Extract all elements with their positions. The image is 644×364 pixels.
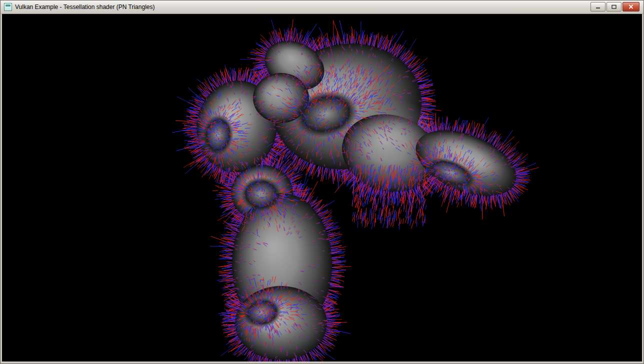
window-title: Vulkan Example - Tessellation shader (PN… [15,4,154,10]
maximize-button[interactable] [606,2,622,12]
minimize-icon [596,4,600,9]
viewport-frame [2,14,642,362]
maximize-icon [612,4,616,9]
close-icon [628,4,634,9]
window-controls [590,2,640,12]
vulkan-example-window: Vulkan Example - Tessellation shader (PN… [0,0,644,364]
minimize-button[interactable] [590,2,606,12]
title-bar[interactable]: Vulkan Example - Tessellation shader (PN… [0,0,644,14]
app-icon[interactable] [4,3,12,11]
vulkan-3d-viewport[interactable] [2,14,642,362]
close-button[interactable] [622,2,640,12]
